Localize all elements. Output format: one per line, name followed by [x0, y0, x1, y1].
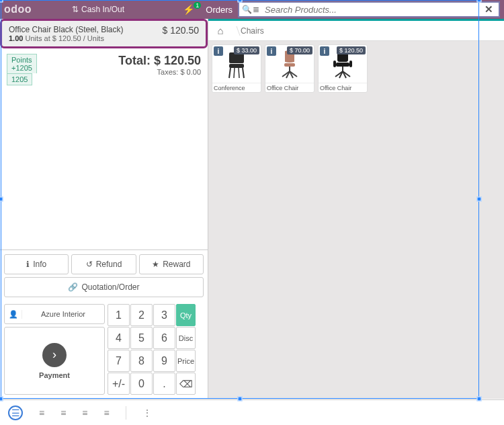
- product-card[interactable]: i $ 33.00 Conference Chair: [212, 44, 261, 93]
- product-card[interactable]: i $ 70.00 Office Chair: [265, 44, 314, 93]
- key-6[interactable]: 6: [153, 327, 175, 349]
- product-panel: ⌂ Chairs i $ 33.00 Conference Chair i $ …: [208, 19, 504, 399]
- product-name: Office Chair Black: [319, 83, 367, 92]
- order-line[interactable]: Office Chair Black (Steel, Black) 1.00 U…: [0, 19, 208, 48]
- refund-button[interactable]: ↺Refund: [71, 254, 136, 274]
- cash-label: Cash In/Out: [81, 5, 124, 14]
- logo: odoo: [4, 3, 32, 15]
- svg-rect-1: [229, 64, 244, 68]
- customer-button[interactable]: 👤 Azure Interior: [4, 304, 105, 324]
- search-icon: 🔍: [242, 5, 252, 14]
- search-box[interactable]: 🔍 ≣ ✕: [238, 1, 500, 17]
- svg-rect-15: [349, 61, 352, 67]
- product-price-tag: $ 33.00: [234, 46, 259, 54]
- chevron-right-icon: ›: [42, 343, 67, 367]
- line-price: $ 120.50: [163, 25, 200, 42]
- tool-align-left-icon[interactable]: ≡: [39, 408, 44, 418]
- key-2[interactable]: 2: [130, 304, 153, 326]
- tool-align-center-icon[interactable]: ≡: [60, 408, 66, 418]
- tool-align-right-icon[interactable]: ≡: [82, 408, 87, 418]
- breadcrumb: ⌂ Chairs: [208, 21, 504, 41]
- reward-button[interactable]: ★Reward: [139, 254, 204, 274]
- bottom-toolbar: ☰ ≡ ≡ ≡ ≡ ⋮: [0, 399, 504, 425]
- line-qty: 1.00 Units at $ 120.50 / Units: [9, 34, 124, 42]
- info-icon: ℹ: [26, 260, 30, 269]
- key-8[interactable]: 8: [130, 350, 153, 372]
- mode-qty[interactable]: Qty: [176, 304, 196, 326]
- tool-more-icon[interactable]: ⋮: [142, 408, 152, 418]
- line-product-name: Office Chair Black (Steel, Black): [9, 25, 124, 34]
- key-plusminus[interactable]: +/-: [108, 373, 130, 395]
- product-image: i $ 120.50: [319, 45, 367, 83]
- svg-line-3: [243, 68, 244, 78]
- svg-line-5: [239, 68, 239, 78]
- orders-badge: 1: [194, 2, 201, 9]
- payment-button[interactable]: › Payment: [4, 327, 105, 395]
- svg-line-2: [229, 68, 230, 78]
- product-price-tag: $ 120.50: [337, 46, 366, 54]
- star-icon: ★: [152, 260, 159, 269]
- top-bar: odoo ⇅ Cash In/Out ⚡ 1 Orders 🔍 ≣ ✕: [0, 0, 504, 19]
- search-input[interactable]: [262, 5, 479, 15]
- product-image: i $ 33.00: [212, 45, 261, 83]
- link-icon: 🔗: [68, 282, 78, 292]
- key-4[interactable]: 4: [108, 327, 130, 349]
- numpad: 1 2 3 Qty 4 5 6 Disc 7 8 9 Price +/- 0 .…: [108, 304, 196, 395]
- order-panel: Office Chair Black (Steel, Black) 1.00 U…: [0, 19, 208, 399]
- clear-search-button[interactable]: ✕: [479, 3, 499, 15]
- mode-price[interactable]: Price: [176, 350, 196, 372]
- barcode-icon: ≣: [253, 5, 259, 14]
- quotation-button[interactable]: 🔗Quotation/Order: [4, 277, 204, 297]
- key-backspace[interactable]: ⌫: [176, 373, 196, 395]
- key-1[interactable]: 1: [108, 304, 130, 326]
- user-icon: 👤: [5, 310, 22, 319]
- key-9[interactable]: 9: [153, 350, 175, 372]
- action-buttons: ℹInfo ↺Refund ★Reward 🔗Quotation/Order: [0, 249, 208, 304]
- product-card[interactable]: i $ 120.50 Office Chair Black: [318, 44, 368, 93]
- product-info-icon[interactable]: i: [320, 46, 329, 56]
- payment-label: Payment: [39, 371, 70, 379]
- breadcrumb-category[interactable]: Chairs: [233, 26, 272, 36]
- product-price-tag: $ 70.00: [287, 46, 312, 54]
- key-7[interactable]: 7: [108, 350, 130, 372]
- orders-label: Orders: [206, 5, 233, 15]
- order-total: Total: $ 120.50 Taxes: $ 0.00: [118, 54, 201, 85]
- key-dot[interactable]: .: [153, 373, 175, 395]
- svg-rect-13: [336, 63, 349, 67]
- product-info-icon[interactable]: i: [267, 46, 276, 56]
- product-grid: i $ 33.00 Conference Chair i $ 70.00 Off…: [208, 41, 504, 96]
- orders-icon: ⚡: [183, 4, 194, 15]
- cash-in-out-button[interactable]: ⇅ Cash In/Out: [72, 5, 124, 14]
- product-image: i $ 70.00: [265, 45, 314, 83]
- customer-name: Azure Interior: [22, 310, 104, 318]
- loyalty-points: Points+1205 1205: [7, 54, 37, 85]
- key-3[interactable]: 3: [153, 304, 175, 326]
- cash-icon: ⇅: [72, 5, 79, 14]
- key-5[interactable]: 5: [130, 327, 153, 349]
- product-info-icon[interactable]: i: [214, 46, 223, 56]
- info-button[interactable]: ℹInfo: [4, 254, 69, 274]
- mode-disc[interactable]: Disc: [176, 327, 196, 349]
- product-name: Office Chair: [265, 83, 314, 92]
- refund-icon: ↺: [86, 260, 93, 269]
- svg-line-4: [234, 68, 235, 78]
- search-icons: 🔍 ≣: [239, 5, 262, 14]
- svg-rect-14: [333, 61, 336, 67]
- key-0[interactable]: 0: [130, 373, 153, 395]
- orders-button[interactable]: ⚡ 1 Orders: [177, 4, 238, 15]
- tool-hamburger-icon[interactable]: ☰: [8, 405, 23, 420]
- tool-align-justify-icon[interactable]: ≡: [104, 408, 110, 418]
- svg-rect-6: [284, 63, 295, 67]
- product-name: Conference Chair: [212, 83, 261, 92]
